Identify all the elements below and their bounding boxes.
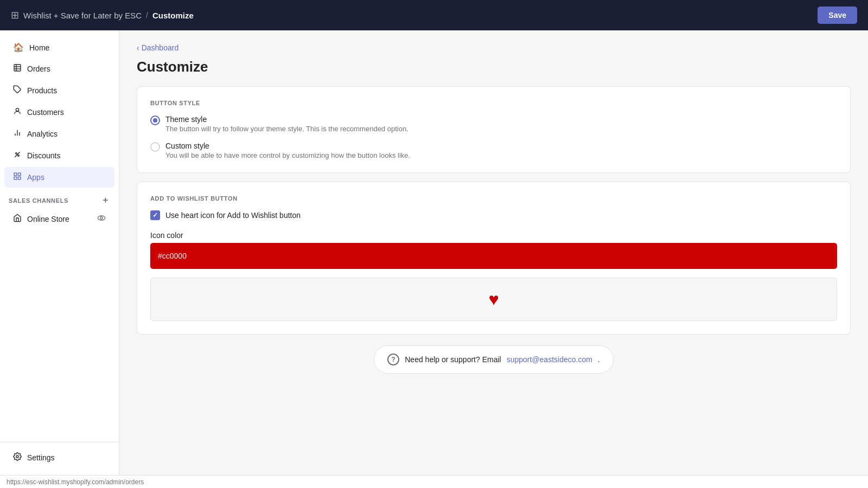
breadcrumb-nav: ⊞ Wishlist + Save for Later by ESC / Cus… xyxy=(11,9,194,21)
sidebar-item-analytics-label: Analytics xyxy=(27,130,58,138)
custom-style-label: Custom style xyxy=(165,142,410,150)
heart-preview: ♥ xyxy=(150,278,837,321)
main-content: ‹ Dashboard Customize BUTTON STYLE Theme… xyxy=(119,30,868,475)
button-style-section-label: BUTTON STYLE xyxy=(150,100,837,106)
customers-icon xyxy=(13,107,22,118)
settings-icon xyxy=(13,452,22,463)
online-store-icon xyxy=(13,214,22,224)
breadcrumb-separator: / xyxy=(146,11,148,20)
page-title: Customize xyxy=(137,59,851,75)
back-link-label: Dashboard xyxy=(142,43,179,52)
support-text-end: . xyxy=(598,355,600,364)
sidebar-item-customers-label: Customers xyxy=(27,108,64,117)
sidebar-bottom: Settings xyxy=(0,442,119,468)
svg-rect-12 xyxy=(14,173,17,176)
sidebar-item-settings-label: Settings xyxy=(27,453,55,462)
theme-style-radio[interactable] xyxy=(150,115,160,125)
discounts-icon xyxy=(13,150,22,161)
custom-style-text: Custom style You will be able to have mo… xyxy=(165,142,410,159)
heart-icon-checkbox[interactable] xyxy=(150,210,160,220)
sidebar-item-customers[interactable]: Customers xyxy=(4,102,114,123)
icon-color-value: #cc0000 xyxy=(158,252,187,260)
heart-icon-checkbox-label: Use heart icon for Add to Wishlist butto… xyxy=(165,211,301,220)
svg-point-17 xyxy=(100,217,103,219)
online-store-left: Online Store xyxy=(13,214,69,224)
svg-point-10 xyxy=(18,155,20,157)
support-email-link[interactable]: support@eastsideco.com xyxy=(507,355,592,364)
svg-point-5 xyxy=(16,108,18,111)
sidebar-item-analytics[interactable]: Analytics xyxy=(4,124,114,144)
online-store-label: Online Store xyxy=(27,215,69,223)
orders-icon xyxy=(13,63,22,74)
sidebar-item-home-label: Home xyxy=(29,43,49,52)
apps-icon xyxy=(13,172,22,183)
sales-channels-label: SALES CHANNELS ＋ xyxy=(0,188,119,208)
save-button[interactable]: Save xyxy=(818,7,857,24)
sidebar-item-settings[interactable]: Settings xyxy=(4,447,114,468)
icon-color-input[interactable]: #cc0000 xyxy=(150,243,837,269)
svg-point-18 xyxy=(16,455,18,458)
heart-preview-icon: ♥ xyxy=(489,290,499,310)
svg-rect-13 xyxy=(18,173,21,176)
button-style-card: BUTTON STYLE Theme style The button will… xyxy=(137,86,851,173)
back-link[interactable]: ‹ Dashboard xyxy=(137,43,851,52)
sidebar: 🏠 Home Orders Products Customers Anal xyxy=(0,30,119,475)
sidebar-item-apps[interactable]: Apps xyxy=(4,167,114,188)
icon-color-label: Icon color xyxy=(150,231,837,240)
help-icon: ? xyxy=(387,354,399,365)
online-store-eye-icon[interactable] xyxy=(97,214,106,224)
support-inner: ? Need help or support? Email support@ea… xyxy=(374,345,614,374)
sidebar-item-orders[interactable]: Orders xyxy=(4,59,114,79)
sidebar-item-products[interactable]: Products xyxy=(4,80,114,101)
custom-style-radio[interactable] xyxy=(150,142,160,152)
sidebar-item-discounts-label: Discounts xyxy=(27,151,60,160)
add-sales-channel-icon[interactable]: ＋ xyxy=(101,195,110,206)
status-bar-url: https://esc-wishlist.myshopify.com/admin… xyxy=(7,478,144,486)
custom-style-option[interactable]: Custom style You will be able to have mo… xyxy=(150,142,837,159)
breadcrumb-app-name: Wishlist + Save for Later by ESC xyxy=(23,11,142,20)
wishlist-section-label: ADD TO WISHLIST BUTTON xyxy=(150,195,837,202)
sidebar-item-apps-label: Apps xyxy=(27,173,44,182)
home-icon: 🏠 xyxy=(13,42,24,53)
status-bar: https://esc-wishlist.myshopify.com/admin… xyxy=(0,475,868,488)
back-arrow-icon: ‹ xyxy=(137,43,139,52)
theme-style-option[interactable]: Theme style The button will try to follo… xyxy=(150,115,837,133)
theme-style-text: Theme style The button will try to follo… xyxy=(165,115,409,133)
analytics-icon xyxy=(13,129,22,139)
custom-style-desc: You will be able to have more control by… xyxy=(165,151,410,159)
products-icon xyxy=(13,85,22,96)
sidebar-item-products-label: Products xyxy=(27,86,57,95)
sidebar-item-home[interactable]: 🏠 Home xyxy=(4,37,114,57)
theme-style-label: Theme style xyxy=(165,115,409,124)
sidebar-item-discounts[interactable]: Discounts xyxy=(4,145,114,166)
top-bar: ⊞ Wishlist + Save for Later by ESC / Cus… xyxy=(0,0,868,30)
heart-icon-checkbox-row[interactable]: Use heart icon for Add to Wishlist butto… xyxy=(150,210,837,220)
theme-style-desc: The button will try to follow your theme… xyxy=(165,125,409,133)
support-box: ? Need help or support? Email support@ea… xyxy=(137,345,851,374)
svg-rect-15 xyxy=(18,177,21,179)
sidebar-item-online-store[interactable]: Online Store xyxy=(4,209,114,229)
svg-rect-0 xyxy=(14,65,21,71)
sidebar-item-orders-label: Orders xyxy=(27,65,50,73)
breadcrumb-current: Customize xyxy=(152,11,194,20)
grid-icon: ⊞ xyxy=(11,9,19,21)
support-text: Need help or support? Email xyxy=(405,355,501,364)
svg-point-9 xyxy=(16,153,17,155)
svg-rect-14 xyxy=(14,177,17,179)
svg-point-16 xyxy=(98,216,105,220)
wishlist-button-card: ADD TO WISHLIST BUTTON Use heart icon fo… xyxy=(137,182,851,335)
